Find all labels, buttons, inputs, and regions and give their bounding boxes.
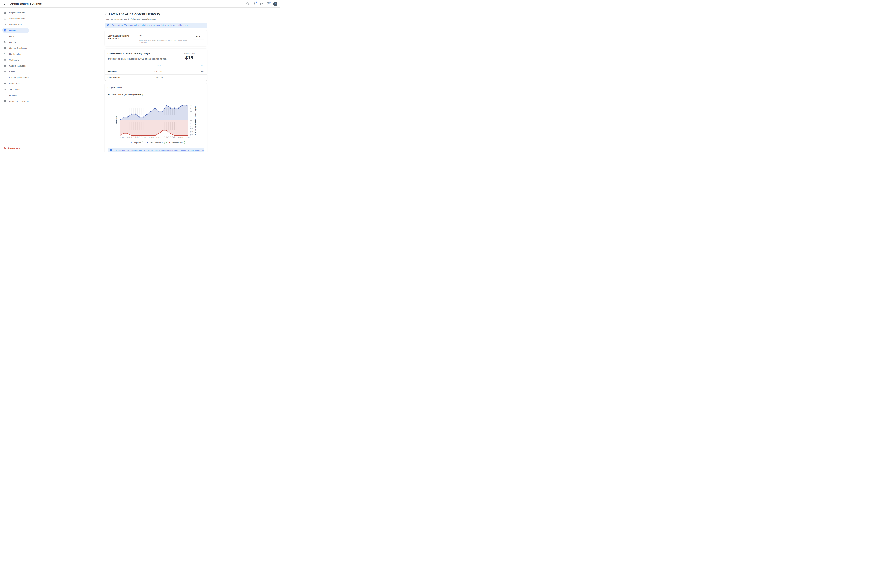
sidebar-item-custom-languages[interactable]: Custom languages xyxy=(2,63,29,68)
legend-toggle-data-transferred[interactable]: Data Transferred xyxy=(145,141,165,145)
sidebar-item-label: Billing xyxy=(9,29,15,32)
sidebar-item-security-log[interactable]: Security log xyxy=(2,87,29,92)
sidebar-item-agents[interactable]: Agents xyxy=(2,40,29,45)
person-gear-icon xyxy=(4,17,6,20)
legend-label: Transfer Costs xyxy=(171,142,183,144)
total-amount-value: $15 xyxy=(185,55,193,60)
sidebar-item-api-log[interactable]: API Log xyxy=(2,93,29,98)
sidebar-item-organization-info[interactable]: Organization info xyxy=(2,10,29,15)
svg-text:$0.4: $0.4 xyxy=(190,131,193,133)
usage-chart: 0.50.40.30.20.10.0$0.1$0.2$0.3$0.4$0.517… xyxy=(115,101,199,140)
save-button[interactable]: SAVE xyxy=(193,34,204,39)
chevron-down-icon xyxy=(202,94,204,94)
sidebar-item-custom-qa-checks[interactable]: Custom QA checks xyxy=(2,45,29,50)
usage-table-header: Usage Price xyxy=(105,63,207,68)
svg-text:23 aug: 23 aug xyxy=(156,136,161,138)
danger-zone-label: Danger zone xyxy=(8,147,20,149)
usage-info: Over-The-Air Content Delivery usage If y… xyxy=(108,52,174,62)
payment-info-text: Payment for OTA usage will be included i… xyxy=(112,24,188,26)
svg-text:25 aug: 25 aug xyxy=(178,136,183,138)
sidebar-item-label: Custom placeholders xyxy=(9,77,29,79)
threshold-helper: When your daily balance reaches this amo… xyxy=(139,39,190,43)
usage-table-body: Requests5 000 000$15Data transfer2.441 G… xyxy=(105,68,207,81)
notifications-bell-icon[interactable] xyxy=(253,2,256,5)
svg-text:?: ? xyxy=(268,3,269,5)
threshold-label: Daily balance warning threshold, $ xyxy=(108,34,139,40)
svg-text:$0.2: $0.2 xyxy=(190,125,193,127)
svg-text:17 aug: 17 aug xyxy=(119,136,124,138)
sidebar-item-label: Spellcheckers xyxy=(9,53,22,55)
threshold-input-wrap: When your daily balance reaches this amo… xyxy=(139,34,190,43)
building-icon xyxy=(4,11,6,14)
svg-text:$0.1: $0.1 xyxy=(190,122,193,124)
legend-label: Data Transferred xyxy=(150,142,162,144)
row-name: Requests xyxy=(108,70,134,73)
main-content: Over-The-Air Content Delivery Here you c… xyxy=(31,8,280,153)
person-gear-icon xyxy=(4,41,6,44)
sidebar-item-label: Agents xyxy=(9,41,16,43)
sidebar-item-label: Custom QA checks xyxy=(9,47,27,49)
search-icon[interactable] xyxy=(246,2,249,5)
page-header: Over-The-Air Content Delivery xyxy=(105,12,207,16)
svg-text:Requests: Requests xyxy=(115,116,117,124)
svg-text:0.4: 0.4 xyxy=(190,107,192,109)
back-arrow-icon[interactable] xyxy=(3,2,7,6)
sidebar-item-spellcheckers[interactable]: ASpellcheckers xyxy=(2,51,29,56)
info-icon xyxy=(110,149,112,151)
sidebar-item-account-defaults[interactable]: Account Defaults xyxy=(2,16,29,21)
sidebar-item-custom-placeholders[interactable]: Custom placeholders xyxy=(2,75,29,80)
danger-zone-button[interactable]: Danger zone xyxy=(3,146,20,149)
svg-text:0.0: 0.0 xyxy=(190,119,192,121)
usage-table-row-data-transfer: Data transfer2.441 GB- xyxy=(105,74,207,81)
sidebar-item-oauth-apps[interactable]: OAuth apps xyxy=(2,81,29,86)
cloud-icon xyxy=(4,82,6,85)
distribution-select-value: All distributions (including deleted) xyxy=(108,93,143,96)
check-circle-icon xyxy=(4,47,6,50)
threshold-input[interactable] xyxy=(139,34,190,38)
legend-toggle-transfer-costs[interactable]: Transfer Costs xyxy=(166,141,185,145)
sidebar-item-billing[interactable]: $Billing xyxy=(2,28,29,33)
threshold-card: Daily balance warning threshold, $ When … xyxy=(105,30,207,46)
download-icon xyxy=(4,35,6,38)
topbar-actions: ? J xyxy=(246,2,278,6)
sidebar-item-legal-and-compliance[interactable]: Legal and compliance xyxy=(2,99,29,104)
usage-card-top: Over-The-Air Content Delivery usage If y… xyxy=(105,48,207,63)
distribution-select[interactable]: All distributions (including deleted) xyxy=(108,93,204,98)
sidebar-item-label: Legal and compliance xyxy=(9,100,29,102)
svg-text:0.2: 0.2 xyxy=(190,113,192,115)
svg-text:A: A xyxy=(4,53,5,55)
page-back-arrow-icon[interactable] xyxy=(105,13,108,16)
svg-text:0.3: 0.3 xyxy=(190,110,192,112)
usage-column-header: Usage xyxy=(134,64,183,67)
info-circle-icon xyxy=(4,100,6,103)
row-price: $15 xyxy=(183,70,204,73)
sidebar-item-fields[interactable]: Fields xyxy=(2,69,29,74)
usage-card-description: If you have up to 1M requests and 10GB o… xyxy=(108,58,171,60)
svg-text:$: $ xyxy=(5,29,6,31)
key-icon xyxy=(4,23,6,26)
legend-dot xyxy=(169,142,170,144)
api-icon xyxy=(4,94,6,97)
list-plus-icon xyxy=(4,70,6,73)
payment-info-banner: Payment for OTA usage will be included i… xyxy=(105,23,207,28)
legend-toggle-requests[interactable]: Requests xyxy=(128,141,143,145)
help-icon[interactable]: ? xyxy=(266,2,270,5)
page-title: Over-The-Air Content Delivery xyxy=(109,12,160,16)
price-column-header: Price xyxy=(183,64,204,67)
statistics-title: Usage Statistics xyxy=(108,86,204,89)
usage-chart-svg: 0.50.40.30.20.10.0$0.1$0.2$0.3$0.4$0.517… xyxy=(115,101,199,139)
row-price: - xyxy=(183,77,204,79)
chat-icon[interactable] xyxy=(260,2,263,5)
avatar[interactable]: J xyxy=(273,2,278,6)
svg-text:20 aug: 20 aug xyxy=(142,136,146,138)
spellcheck-icon: A xyxy=(4,53,6,56)
sidebar-item-label: Apps xyxy=(9,35,14,37)
sidebar-item-authentication[interactable]: Authentication xyxy=(2,22,29,27)
statistics-card: Usage Statistics All distributions (incl… xyxy=(105,83,207,153)
sidebar-item-webhooks[interactable]: Webhooks xyxy=(2,57,29,62)
transfer-costs-note-banner: The Transfer Costs graph provides approx… xyxy=(108,148,204,153)
sidebar-item-apps[interactable]: Apps xyxy=(2,34,29,39)
info-icon xyxy=(107,24,110,26)
svg-text:23 aug: 23 aug xyxy=(163,136,168,138)
svg-text:18 aug: 18 aug xyxy=(127,136,131,138)
